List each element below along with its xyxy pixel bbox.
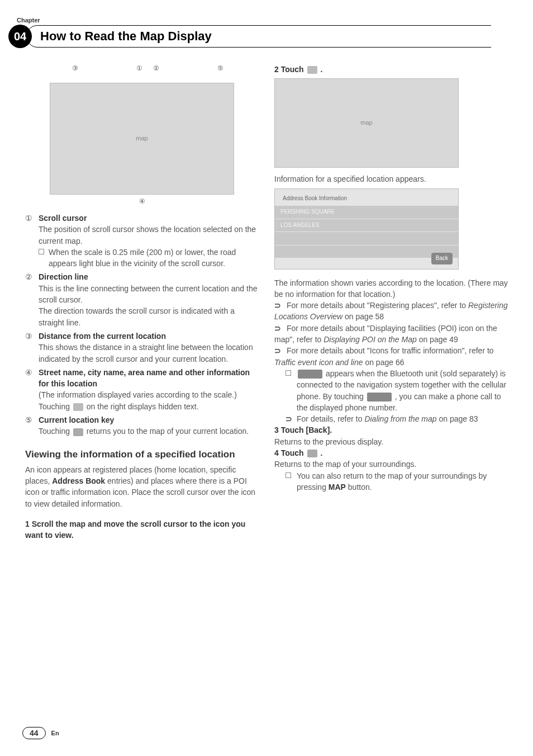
list-icon — [307, 66, 317, 74]
map-screenshot-2: map — [274, 78, 459, 168]
list-item-4: ④ Street name, city name, area name and … — [25, 367, 259, 412]
xref-italic: Traffic event icon and line — [274, 358, 363, 367]
info-row: PERSHING SQUARE — [275, 206, 458, 219]
step-3-body: Returns to the previous display. — [274, 436, 508, 447]
txt: on the right displays hidden text. — [87, 402, 199, 411]
section-heading: Viewing the information of a specified l… — [25, 448, 259, 461]
txt: on page 58 — [342, 312, 384, 321]
para-1: The information shown varies according t… — [274, 277, 508, 300]
step-4-body: Returns to the map of your surroundings. — [274, 459, 508, 470]
arrow-icon — [73, 403, 83, 411]
nested-note: appears when the Bluetooth unit (sold se… — [274, 368, 508, 413]
checkbox-icon — [39, 249, 44, 254]
item-title: Direction line — [39, 271, 259, 282]
map1-bottom-callouts: ④ — [50, 197, 234, 207]
back-button[interactable]: Back — [431, 253, 453, 264]
address-book-bold: Address Book — [52, 476, 105, 485]
callout-2: ② — [153, 64, 159, 73]
step-3: 3 Touch [Back]. — [274, 424, 508, 436]
txt: For more details about "Icons for traffi… — [287, 346, 494, 355]
callout-1: ① — [136, 64, 142, 73]
list-item-2: ② Direction line This is the line connec… — [25, 271, 259, 328]
item-body: (The information displayed varies accord… — [39, 389, 259, 400]
step-1: 1 Scroll the map and move the scroll cur… — [25, 518, 259, 541]
right-column: 2 Touch . map Information for a specifie… — [274, 64, 508, 541]
list-item-3: ③ Distance from the current location Thi… — [25, 330, 259, 365]
item-body: Touching returns you to the map of your … — [39, 426, 259, 437]
list-item-1: ① Scroll cursor The position of scroll c… — [25, 212, 259, 269]
txt: 2 Touch — [274, 65, 306, 74]
callout-5: ⑤ — [217, 64, 223, 73]
list-num: ③ — [25, 330, 39, 365]
checkbox-icon — [285, 472, 291, 478]
address-book-info-panel: Address Book Information PERSHING SQUARE… — [274, 188, 459, 270]
step-2: 2 Touch . — [274, 64, 508, 75]
item-body: This shows the distance in a straight li… — [39, 342, 259, 365]
nested-xref: For details, refer to Dialing from the m… — [274, 413, 508, 424]
caption-1: Information for a specified location app… — [274, 173, 508, 185]
item-title: Street name, city name, area name and ot… — [39, 367, 259, 390]
info-header: Address Book Information — [283, 195, 450, 203]
item-sub: When the scale is 0.25 mile (200 m) or l… — [39, 247, 259, 270]
page-header: 04 How to Read the Map Display — [8, 25, 508, 48]
phone-icon — [367, 393, 392, 401]
txt: You can also return to the map of your s… — [297, 471, 487, 492]
item-title: Distance from the current location — [39, 330, 259, 342]
triangle-icon — [73, 428, 83, 436]
txt: Touching — [39, 402, 72, 411]
title-bar: How to Read the Map Display — [26, 25, 508, 48]
item-body2: The direction towards the scroll cursor … — [39, 305, 259, 328]
list-num: ② — [25, 271, 39, 328]
txt: 4 Touch — [274, 448, 306, 457]
txt: returns you to the map of your current l… — [87, 427, 249, 436]
map-button-bold: MAP — [329, 483, 346, 492]
txt: . — [320, 65, 322, 74]
map-screenshot-1: map — [50, 83, 234, 195]
item-title: Scroll cursor — [39, 212, 259, 224]
info-row — [275, 245, 458, 258]
txt: on page 83 — [437, 414, 478, 423]
txt: on page 49 — [417, 335, 458, 344]
txt: button. — [346, 483, 372, 492]
txt: on page 66 — [363, 358, 404, 367]
txt: . — [320, 448, 322, 457]
xref-bullet: For more details about "Icons for traffi… — [274, 345, 508, 368]
callout-4: ④ — [139, 197, 145, 206]
chapter-number-badge: 04 — [8, 25, 32, 48]
xref-italic: Dialing from the map — [364, 414, 436, 423]
info-row — [275, 232, 458, 245]
section-body: An icon appears at registered places (ho… — [25, 464, 259, 509]
xref-italic: Displaying POI on the Map — [323, 335, 417, 344]
txt: For details, refer to — [297, 414, 364, 423]
item-body2: Touching on the right displays hidden te… — [39, 401, 259, 412]
step-4-sub: You can also return to the map of your s… — [274, 470, 508, 493]
chapter-label: Chapter — [17, 17, 508, 23]
phone-icon — [298, 370, 322, 379]
list-num: ① — [25, 212, 39, 269]
txt: For more details about "Registering plac… — [287, 301, 468, 310]
triangle-icon — [307, 450, 317, 457]
item-body: This is the line connecting between the … — [39, 283, 259, 306]
checkbox-icon — [285, 370, 291, 376]
language-label: En — [51, 730, 59, 736]
list-num: ④ — [25, 367, 39, 412]
map1-top-callouts: ③ ① ② ⑤ — [50, 64, 234, 73]
info-row: LOS ANGELES — [275, 219, 458, 232]
page-title: How to Read the Map Display — [40, 29, 212, 44]
item-body: The position of scroll cursor shows the … — [39, 224, 259, 247]
page-footer: 44 En — [22, 727, 59, 739]
list-num: ⑤ — [25, 414, 39, 437]
txt: Touching — [39, 427, 72, 436]
list-item-5: ⑤ Current location key Touching returns … — [25, 414, 259, 437]
item-title: Current location key — [39, 414, 259, 426]
page-number: 44 — [22, 727, 46, 739]
xref-bullet: For more details about "Displaying facil… — [274, 323, 508, 346]
callout-3: ③ — [72, 64, 78, 73]
left-column: ③ ① ② ⑤ map ④ ① Scroll cursor The positi… — [25, 64, 259, 541]
xref-bullet: For more details about "Registering plac… — [274, 300, 508, 323]
item-sub-text: When the scale is 0.25 mile (200 m) or l… — [49, 248, 236, 268]
step-4: 4 Touch . — [274, 447, 508, 459]
